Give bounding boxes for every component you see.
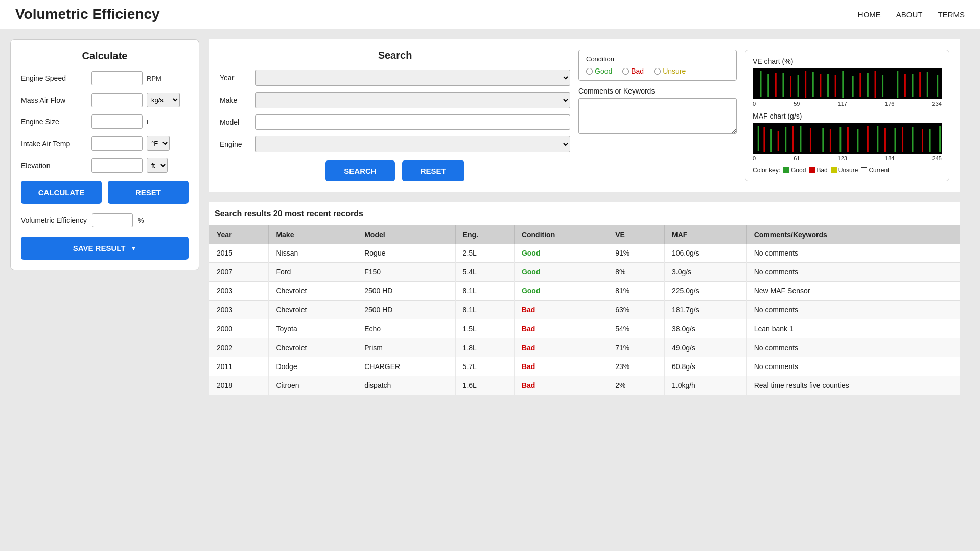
engine-speed-label: Engine Speed (21, 74, 87, 82)
svg-rect-6 (827, 74, 829, 97)
main-content: Calculate Engine Speed RPM Mass Air Flow… (0, 29, 980, 405)
search-reset-button[interactable]: RESET (402, 160, 464, 181)
engine-speed-unit: RPM (147, 75, 161, 82)
cell-ve: 23% (608, 357, 665, 376)
condition-bad-label[interactable]: Bad (622, 67, 644, 75)
cell-year: 2003 (209, 301, 269, 319)
svg-rect-15 (775, 73, 777, 97)
ve-output-input[interactable] (92, 213, 133, 227)
svg-rect-10 (882, 75, 883, 97)
cell-ve: 81% (608, 282, 665, 301)
cell-make: Toyota (269, 319, 357, 338)
intake-air-temp-input[interactable] (91, 136, 143, 151)
good-swatch (783, 167, 789, 173)
condition-title: Condition (586, 55, 729, 63)
cell-model: 2500 HD (357, 301, 455, 319)
cell-maf: 49.0g/s (664, 338, 746, 357)
engine-size-unit: L (147, 118, 150, 126)
svg-rect-19 (835, 75, 836, 97)
elevation-label: Elevation (21, 162, 87, 170)
engine-select[interactable] (255, 136, 570, 152)
mass-air-flow-unit-select[interactable]: kg/s g/s lb/min (147, 93, 180, 107)
elevation-input[interactable] (91, 158, 143, 173)
cell-condition: Bad (514, 319, 608, 338)
condition-good-radio[interactable] (586, 68, 593, 75)
engine-label: Engine (220, 140, 250, 148)
cell-year: 2015 (209, 244, 269, 263)
intake-air-temp-unit-select[interactable]: °F °C (147, 136, 170, 151)
table-header-row: Year Make Model Eng. Condition VE MAF Co… (209, 225, 960, 244)
table-row: 2018 Citroen dispatch 1.6L Bad 2% 1.0kg/… (209, 376, 960, 395)
color-key: Color key: Good Bad Unsure (753, 167, 942, 174)
cell-maf: 181.7g/s (664, 301, 746, 319)
cell-year: 2011 (209, 357, 269, 376)
cell-year: 2003 (209, 282, 269, 301)
cell-maf: 106.0g/s (664, 244, 746, 263)
comments-label: Comments or Keywords (578, 87, 737, 95)
search-button[interactable]: SEARCH (325, 160, 394, 181)
condition-bad-radio[interactable] (622, 68, 629, 75)
color-key-good: Good (783, 167, 806, 174)
cell-maf: 60.8g/s (664, 357, 746, 376)
cell-comments: No comments (746, 357, 960, 376)
condition-good-label[interactable]: Good (586, 67, 612, 75)
current-swatch (861, 167, 867, 173)
cell-comments: No comments (746, 301, 960, 319)
col-eng: Eng. (455, 225, 514, 244)
table-row: 2011 Dodge CHARGER 5.7L Bad 23% 60.8g/s … (209, 357, 960, 376)
cell-maf: 225.0g/s (664, 282, 746, 301)
condition-box: Condition Good Bad Unsure (578, 50, 737, 81)
nav-terms[interactable]: TERMS (938, 10, 965, 19)
nav-about[interactable]: ABOUT (896, 10, 923, 19)
ve-chart-svg (753, 68, 942, 99)
cell-comments: No comments (746, 244, 960, 263)
cell-ve: 91% (608, 244, 665, 263)
condition-unsure-label[interactable]: Unsure (654, 67, 686, 75)
engine-size-label: Engine Size (21, 118, 87, 126)
col-maf: MAF (664, 225, 746, 244)
condition-comments-section: Condition Good Bad Unsure (578, 50, 737, 181)
svg-rect-3 (782, 73, 784, 97)
svg-rect-36 (939, 126, 941, 152)
cell-comments: No comments (746, 263, 960, 282)
table-row: 2000 Toyota Echo 1.5L Bad 54% 38.0g/s Le… (209, 319, 960, 338)
cell-make: Dodge (269, 357, 357, 376)
calculator-title: Calculate (21, 50, 189, 62)
engine-speed-input[interactable] (91, 71, 143, 85)
save-result-button[interactable]: SAVE RESULT ▼ (21, 237, 189, 260)
color-key-bad: Bad (809, 167, 827, 174)
elevation-unit-select[interactable]: ft m (147, 158, 168, 173)
make-select[interactable] (255, 92, 570, 108)
cell-make: Citroen (269, 376, 357, 395)
svg-rect-1 (760, 71, 762, 97)
save-result-label: SAVE RESULT (73, 244, 126, 252)
cell-ve: 63% (608, 301, 665, 319)
condition-options: Good Bad Unsure (586, 67, 729, 75)
col-model: Model (357, 225, 455, 244)
results-header-suffix: 20 most recent records (271, 209, 363, 218)
cell-condition: Good (514, 244, 608, 263)
cell-eng: 1.8L (455, 338, 514, 357)
col-year: Year (209, 225, 269, 244)
svg-rect-5 (812, 72, 814, 97)
cell-maf: 1.0kg/h (664, 376, 746, 395)
cell-year: 2002 (209, 338, 269, 357)
year-select[interactable] (255, 70, 570, 86)
model-input[interactable] (255, 114, 570, 130)
comments-textarea[interactable] (578, 98, 737, 134)
nav-home[interactable]: HOME (858, 10, 881, 19)
reset-button[interactable]: RESET (108, 181, 189, 204)
make-row: Make (220, 92, 570, 108)
cell-make: Nissan (269, 244, 357, 263)
svg-rect-22 (904, 74, 906, 97)
maf-chart-title: MAF chart (g/s) (753, 112, 942, 120)
calculate-button[interactable]: CALCULATE (21, 181, 102, 204)
svg-rect-8 (852, 76, 854, 97)
save-result-arrow-icon: ▼ (130, 245, 136, 252)
cell-comments: Real time results five counties (746, 376, 960, 395)
mass-air-flow-input[interactable] (91, 93, 143, 107)
cell-make: Chevrolet (269, 282, 357, 301)
engine-size-input[interactable] (91, 114, 143, 129)
condition-unsure-radio[interactable] (654, 68, 661, 75)
cell-model: F150 (357, 263, 455, 282)
